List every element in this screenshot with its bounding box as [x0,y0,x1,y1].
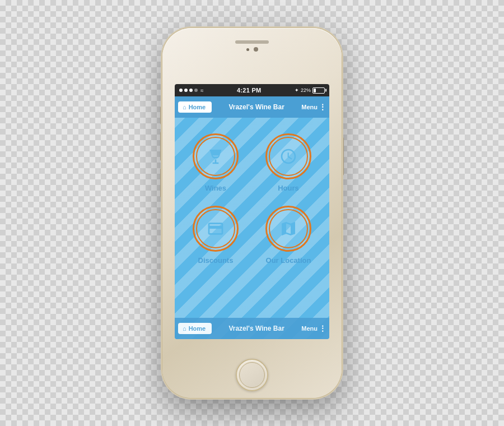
location-item[interactable]: Our Location [259,206,318,265]
wifi-icon: ≈ [200,87,204,94]
map-icon [279,220,297,238]
signal-dot-3 [189,89,193,92]
signal-dot-4 [194,89,198,92]
wines-circle-outer [193,133,239,179]
app-content: Wines Hours [175,118,329,339]
home-button-physical[interactable] [236,359,268,391]
top-nav-bar: ⌂ Home Vrazel's Wine Bar Menu ⋮ [175,96,329,118]
hours-circle-inner [269,137,308,176]
hours-circle-outer [265,133,311,179]
card-icon [207,220,225,238]
bottom-more-icon: ⋮ [319,324,326,333]
home-button-nav[interactable]: ⌂ Home [178,101,212,113]
power-button[interactable] [342,137,344,175]
wines-item[interactable]: Wines [186,133,245,192]
camera [254,47,258,52]
battery-area: ✦ 22% [295,87,325,94]
nav-title: Vrazel's Wine Bar [214,103,299,111]
speaker [235,40,269,44]
location-circle-inner [269,209,308,248]
bottom-home-btn[interactable]: ⌂ Home [178,323,212,334]
location-label: Our Location [266,256,311,265]
status-bar: ≈ 4:21 PM ✦ 22% [175,84,329,96]
bottom-home-icon: ⌂ [183,325,186,332]
hours-item[interactable]: Hours [259,133,318,192]
phone-screen: ≈ 4:21 PM ✦ 22% ⌂ Home Vrazel's Wine Bar [175,84,329,339]
top-bezel [175,36,329,84]
battery-bar [312,87,325,94]
menu-label: Menu [301,104,318,110]
menu-grid: Wines Hours [175,118,329,280]
bottom-nav-title: Vrazel's Wine Bar [214,325,299,332]
menu-button[interactable]: Menu ⋮ [301,103,326,112]
screen-content: ≈ 4:21 PM ✦ 22% ⌂ Home Vrazel's Wine Bar [175,84,329,339]
battery-fill [314,89,316,92]
bluetooth-icon: ✦ [295,87,299,93]
location-circle-outer [265,206,311,252]
home-button-area[interactable] [236,359,268,391]
more-icon: ⋮ [319,103,326,112]
bottom-home-label: Home [189,325,206,332]
battery-percent: 22% [301,87,311,93]
home-label: Home [189,104,206,110]
discounts-circle-outer [193,206,239,252]
bottom-menu-btn[interactable]: Menu ⋮ [301,324,326,333]
camera-area [246,47,258,52]
status-time: 4:21 PM [237,87,262,94]
home-icon: ⌂ [183,104,186,110]
bottom-nav-strip: ⌂ Home Vrazel's Wine Bar Menu ⋮ [175,318,329,339]
clock-icon [279,147,297,165]
discounts-circle-inner [196,209,235,248]
signal-dot-2 [184,89,188,92]
discounts-label: Discounts [198,256,234,265]
sensor [246,48,249,51]
signal-area: ≈ [179,87,204,94]
hours-label: Hours [278,184,299,192]
wines-label: Wines [205,184,226,192]
wines-circle-inner [196,137,235,176]
discounts-item[interactable]: Discounts [186,206,245,265]
wine-glass-icon [207,147,225,165]
phone-device: ≈ 4:21 PM ✦ 22% ⌂ Home Vrazel's Wine Bar [162,28,342,398]
signal-dot-1 [179,89,183,92]
bottom-menu-label: Menu [301,325,318,332]
home-button-inner-ring [239,362,265,388]
